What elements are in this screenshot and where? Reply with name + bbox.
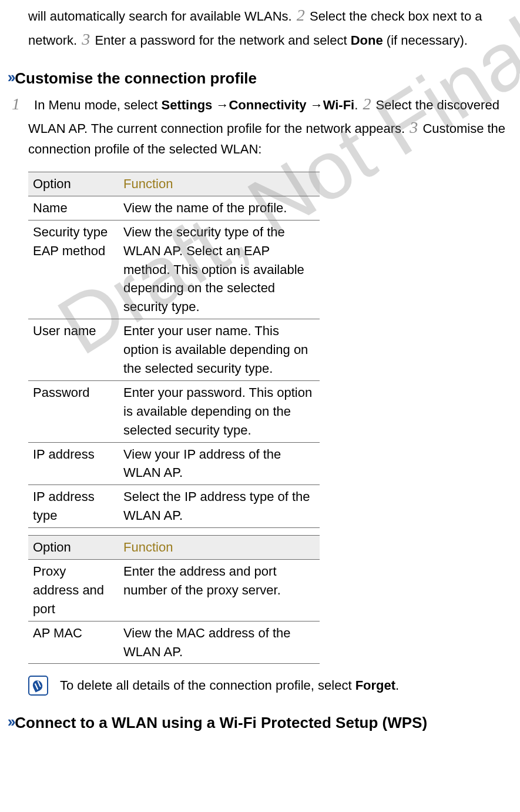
function-cell: Enter your password. This option is avai…	[119, 380, 320, 442]
done-label: Done	[351, 33, 383, 48]
function-cell: View the security type of the WLAN AP. S…	[119, 220, 320, 319]
intro-text-a: will automatically search for available …	[28, 9, 296, 24]
note-row: To delete all details of the connection …	[28, 676, 509, 696]
table-row: AP MACView the MAC address of the WLAN A…	[28, 621, 320, 664]
step-number-1: 1	[11, 92, 31, 116]
section-wps-heading: ›› Connect to a WLAN using a Wi-Fi Prote…	[11, 712, 509, 734]
table-row: IP address typeSelect the IP address typ…	[28, 485, 320, 528]
forget-label: Forget	[355, 678, 395, 693]
option-cell: Proxy address and port	[28, 559, 119, 621]
function-cell: Enter the address and port number of the…	[119, 559, 320, 621]
options-table-1: Option Function NameView the name of the…	[28, 172, 320, 528]
option-cell: AP MAC	[28, 621, 119, 664]
option-cell: Security type EAP method	[28, 220, 119, 319]
note-icon	[28, 676, 48, 696]
header-option: Option	[28, 172, 119, 196]
s1-text-a: In Menu mode, select	[31, 98, 162, 112]
option-cell: IP address	[28, 442, 119, 485]
function-cell: View the MAC address of the WLAN AP.	[119, 621, 320, 664]
chevron-icon: ››	[11, 68, 12, 88]
table-row: IP addressView your IP address of the WL…	[28, 442, 320, 485]
arrow-1: →	[212, 98, 229, 112]
note-text: To delete all details of the connection …	[60, 676, 399, 695]
table-row: PasswordEnter your password. This option…	[28, 380, 320, 442]
table-row: Security type EAP methodView the securit…	[28, 220, 320, 319]
table-header-row: Option Function	[28, 172, 320, 196]
function-cell: View the name of the profile.	[119, 196, 320, 220]
section1-steps: 1 In Menu mode, select Settings →Connect…	[28, 92, 509, 159]
wifi-label: Wi-Fi	[323, 98, 355, 112]
s1-text-b: .	[354, 98, 361, 112]
section-title: Customise the connection profile	[15, 68, 257, 90]
header-function: Function	[119, 536, 320, 560]
note-text-b: .	[395, 678, 399, 693]
table-header-row: Option Function	[28, 536, 320, 560]
intro-text-c: Enter a password for the network and sel…	[91, 33, 350, 48]
option-cell: IP address type	[28, 485, 119, 528]
function-cell: Enter your user name. This option is ava…	[119, 319, 320, 381]
step-number-2: 2	[296, 6, 306, 24]
function-cell: View your IP address of the WLAN AP.	[119, 442, 320, 485]
connectivity-label: Connectivity	[229, 98, 306, 112]
settings-label: Settings	[162, 98, 213, 112]
option-cell: Password	[28, 380, 119, 442]
table-row: NameView the name of the profile.	[28, 196, 320, 220]
table-row: Proxy address and portEnter the address …	[28, 559, 320, 621]
function-cell: Select the IP address type of the WLAN A…	[119, 485, 320, 528]
option-cell: Name	[28, 196, 119, 220]
step-number-3: 3	[80, 30, 91, 48]
section-customise-heading: ›› Customise the connection profile	[11, 68, 509, 90]
section-title: Connect to a WLAN using a Wi-Fi Protecte…	[15, 712, 427, 734]
options-table-2: Option Function Proxy address and portEn…	[28, 535, 320, 664]
intro-text-d: (if necessary).	[383, 33, 468, 48]
note-text-a: To delete all details of the connection …	[60, 678, 355, 693]
step-number-2b: 2	[361, 95, 372, 113]
header-option: Option	[28, 536, 119, 560]
intro-paragraph: will automatically search for available …	[28, 4, 509, 51]
header-function: Function	[119, 172, 320, 196]
chevron-icon: ››	[11, 712, 12, 732]
table-row: User nameEnter your user name. This opti…	[28, 319, 320, 381]
arrow-2: →	[307, 98, 323, 112]
page-content: will automatically search for available …	[0, 4, 520, 734]
step-number-3b: 3	[408, 118, 419, 136]
option-cell: User name	[28, 319, 119, 381]
